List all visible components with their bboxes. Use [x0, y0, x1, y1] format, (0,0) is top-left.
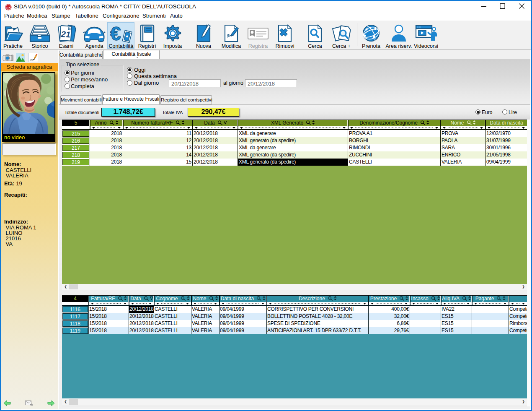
svg-text:21: 21	[60, 29, 71, 39]
svg-text:cx: cx	[7, 5, 10, 9]
svg-text:€: €	[110, 23, 121, 43]
